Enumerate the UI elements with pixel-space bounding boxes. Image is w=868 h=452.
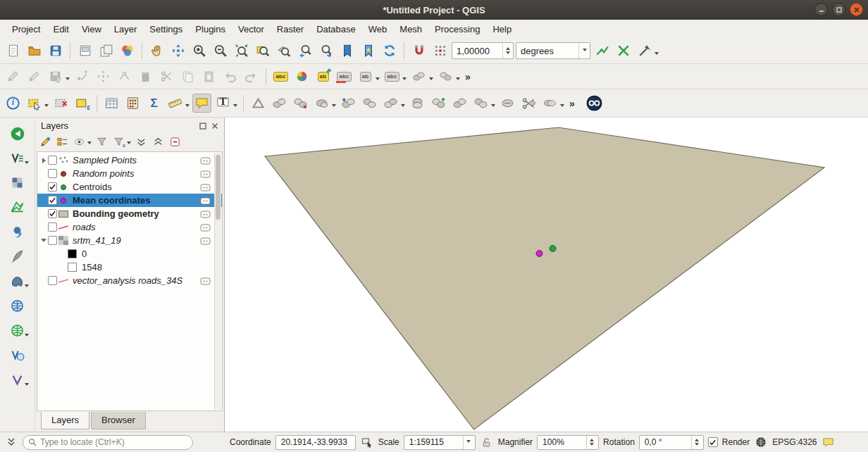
layer-labeling-options-icon[interactable]: abc — [271, 67, 290, 86]
toolbar-overflow[interactable]: » — [567, 98, 577, 109]
dropdown-arrow-icon[interactable] — [233, 104, 237, 109]
layer-indicator-badge[interactable] — [200, 156, 211, 167]
close-panel-icon[interactable] — [210, 121, 220, 131]
dropdown-arrow-icon[interactable] — [401, 104, 405, 109]
processing-tool-icon[interactable] — [339, 94, 358, 113]
paste-features-icon[interactable] — [199, 67, 218, 86]
zoom-to-layer-icon[interactable] — [274, 42, 293, 61]
advanced-digitizing-icon[interactable] — [635, 42, 654, 61]
layer-checkbox[interactable] — [48, 276, 57, 285]
processing-tool-icon[interactable] — [291, 94, 310, 113]
menu-database[interactable]: Database — [310, 21, 362, 37]
add-virtual-layer-icon[interactable] — [6, 370, 29, 390]
dropdown-arrow-icon[interactable] — [655, 52, 659, 57]
collapse-icon[interactable] — [39, 239, 48, 242]
extent-toggle-icon[interactable] — [360, 435, 374, 449]
cut-features-icon[interactable] — [157, 67, 176, 86]
layer-indicator-badge[interactable] — [200, 210, 211, 220]
layer-item-random-points[interactable]: Random points — [37, 167, 222, 180]
dropdown-arrow-icon[interactable] — [491, 104, 495, 109]
float-panel-icon[interactable] — [198, 121, 208, 131]
expand-all-icon[interactable] — [134, 134, 149, 149]
add-vector-layer-icon[interactable] — [6, 148, 29, 168]
scrollbar-thumb[interactable] — [216, 155, 221, 220]
dropdown-arrow-icon[interactable] — [456, 77, 460, 82]
filter-legend-by-expression-icon[interactable]: ε — [111, 134, 126, 149]
layer-indicator-badge[interactable] — [200, 223, 211, 234]
layer-indicator-badge[interactable] — [200, 237, 211, 247]
toggle-editing-icon[interactable] — [25, 67, 44, 86]
layer-item-centroids[interactable]: Centroids — [37, 180, 222, 194]
redo-icon[interactable] — [242, 67, 261, 86]
layer-symbol-swatch[interactable] — [57, 184, 70, 190]
add-raster-layer-icon[interactable] — [6, 172, 29, 193]
toolbar-overflow-chevrons-icon[interactable] — [4, 435, 18, 449]
save-edits-icon[interactable] — [46, 67, 65, 86]
menu-plugins[interactable]: Plugins — [189, 21, 232, 37]
current-edits-icon[interactable] — [4, 67, 23, 86]
move-feature-icon[interactable] — [94, 67, 113, 86]
new-bookmark-icon[interactable] — [337, 42, 356, 61]
layer-symbol-swatch[interactable] — [57, 198, 70, 203]
vertex-tool-icon[interactable] — [115, 67, 134, 86]
processing-tool-icon[interactable] — [270, 94, 289, 113]
shape-digitizing-icon[interactable] — [249, 94, 268, 113]
layer-checkbox[interactable] — [48, 222, 57, 232]
processing-tool-icon[interactable] — [498, 94, 517, 113]
spinbox-arrows[interactable] — [586, 436, 597, 449]
messages-icon[interactable] — [822, 435, 836, 449]
zoom-full-icon[interactable] — [232, 42, 251, 61]
titlebar[interactable]: *Untitled Project - QGIS — [0, 0, 868, 20]
dropdown-arrow-icon[interactable] — [402, 77, 407, 82]
tab-layers[interactable]: Layers — [41, 412, 89, 429]
layer-item-sampled-points[interactable]: Sampled Points — [37, 153, 222, 167]
move-label-icon[interactable]: ab — [356, 67, 375, 86]
processing-tool-icon[interactable] — [471, 94, 490, 113]
zoom-out-icon[interactable] — [211, 42, 230, 61]
menu-settings[interactable]: Settings — [143, 21, 189, 37]
menu-vector[interactable]: Vector — [232, 21, 271, 37]
tab-browser[interactable]: Browser — [91, 412, 146, 429]
locate-input[interactable] — [40, 437, 191, 447]
layer-indicator-badge[interactable] — [200, 196, 211, 207]
layer-checkbox[interactable] — [48, 169, 57, 178]
layer-symbol-swatch[interactable] — [57, 224, 70, 231]
spinbox-arrows[interactable] — [691, 436, 702, 449]
layer-checkbox[interactable] — [48, 196, 57, 205]
menu-help[interactable]: Help — [486, 21, 518, 37]
layer-symbol-swatch[interactable] — [57, 171, 70, 177]
dropdown-arrow-icon[interactable] — [127, 142, 131, 146]
zoom-in-icon[interactable] — [190, 42, 209, 61]
render-checkbox[interactable] — [708, 437, 718, 447]
data-source-manager-icon[interactable] — [6, 123, 29, 144]
layer-diagram-options-icon[interactable] — [292, 67, 311, 86]
map-tips-icon[interactable] — [192, 94, 211, 113]
diagram-tool-icon[interactable] — [436, 67, 455, 86]
combobox-arrow[interactable] — [578, 43, 590, 58]
dropdown-arrow-icon[interactable] — [185, 104, 190, 109]
maximize-button[interactable] — [832, 3, 845, 16]
field-calculator-icon[interactable] — [123, 94, 142, 113]
layer-checkbox[interactable] — [48, 209, 57, 218]
snapping-tolerance-spinbox[interactable]: 1,00000 — [452, 42, 514, 59]
snap-on-intersection-icon[interactable] — [614, 42, 633, 61]
layer-item-roads[interactable]: roads — [37, 220, 222, 234]
rotate-label-icon[interactable]: abc — [383, 67, 402, 86]
layer-item-srtm-41-19[interactable]: srtm_41_19 — [37, 234, 222, 247]
menu-raster[interactable]: Raster — [271, 21, 310, 37]
new-project-icon[interactable] — [4, 42, 23, 61]
identify-features-icon[interactable]: i — [4, 94, 23, 113]
metasearch-icon[interactable] — [585, 94, 604, 113]
style-manager-icon[interactable] — [118, 42, 137, 61]
add-mesh-layer-ic[interactable] — [6, 197, 29, 218]
menu-web[interactable]: Web — [362, 21, 394, 37]
expand-icon[interactable] — [39, 158, 48, 163]
save-project-icon[interactable] — [46, 42, 65, 61]
dropdown-arrow-icon[interactable] — [376, 77, 380, 82]
layout-manager-icon[interactable] — [97, 42, 116, 61]
copy-features-icon[interactable] — [178, 67, 197, 86]
pan-map-icon[interactable] — [147, 42, 166, 61]
layer-item-vector-analysis-roads[interactable]: vector_analysis roads_34S — [37, 274, 222, 287]
processing-tool-icon[interactable] — [360, 94, 379, 113]
change-label-properties-icon[interactable] — [409, 67, 428, 86]
